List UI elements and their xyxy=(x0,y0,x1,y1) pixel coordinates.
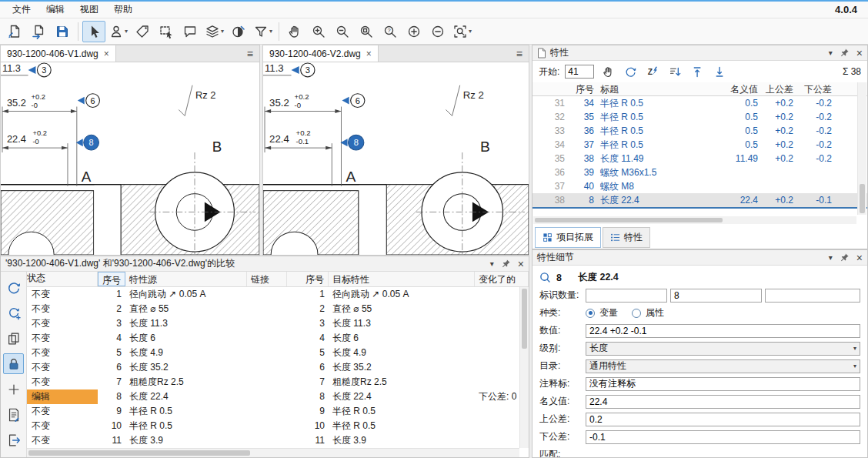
column-header-index[interactable] xyxy=(532,82,568,95)
comparison-row[interactable]: 不变9半径 R 0.59半径 R 0.5 xyxy=(27,404,529,419)
lock-button[interactable] xyxy=(3,353,24,374)
radio-attribute[interactable] xyxy=(632,309,641,318)
radio-variable[interactable] xyxy=(586,309,595,318)
horizontal-scrollbar[interactable] xyxy=(27,448,519,457)
renumber-button[interactable]: Z xyxy=(644,63,661,80)
comparison-row[interactable]: 不变5长度 4.95长度 4.9 xyxy=(27,346,529,360)
property-row[interactable]: 3437半径 R 0.50.5+0.2-0.2 xyxy=(532,138,867,152)
column-header-link[interactable]: 链接 xyxy=(247,272,287,286)
property-row[interactable]: 3538长度 11.4911.49+0.2-0.2 xyxy=(532,152,867,165)
column-header-target-number[interactable]: 序号 xyxy=(287,272,329,286)
property-row[interactable]: 3336半径 R 0.50.5+0.2-0.2 xyxy=(532,124,867,138)
value-input[interactable] xyxy=(586,324,860,338)
panel-menu-icon[interactable]: ▾ xyxy=(829,49,833,57)
comparison-row[interactable]: 不变1径向跳动 ↗ 0.05 A1径向跳动 ↗ 0.05 A xyxy=(27,287,529,302)
tab-list-menu-icon[interactable]: ≡ xyxy=(241,45,259,62)
filter-button[interactable]: ▾ xyxy=(251,21,275,42)
layers-button[interactable]: ▾ xyxy=(202,21,226,42)
save-button[interactable] xyxy=(51,21,74,42)
compare-view-button[interactable] xyxy=(227,21,250,42)
column-header-target[interactable]: 目标特性 xyxy=(329,272,475,286)
tab-project-expand[interactable]: 项目拓展 xyxy=(535,227,601,248)
upper-tolerance-input[interactable] xyxy=(586,413,860,426)
id-count-input-2[interactable] xyxy=(670,289,762,303)
zoom-window-button[interactable]: ▾ xyxy=(450,21,474,42)
comparison-row[interactable]: 不变2直径 ⌀ 552直径 ⌀ 55 xyxy=(27,302,529,316)
note-input[interactable] xyxy=(586,377,860,391)
column-header-status[interactable]: 状态 xyxy=(27,272,98,286)
comparison-row[interactable]: 编辑8长度 22.48长度 22.4下公差: 0 xyxy=(27,389,529,404)
radio-label-attribute[interactable]: 属性 xyxy=(646,306,664,319)
property-row[interactable]: 3235半径 R 0.50.5+0.2-0.2 xyxy=(532,110,867,124)
copy-button[interactable] xyxy=(3,328,24,349)
radio-label-variable[interactable]: 变量 xyxy=(599,306,618,319)
add-button[interactable] xyxy=(3,379,24,399)
export-button[interactable] xyxy=(3,430,24,450)
comparison-row[interactable]: 不变3长度 11.33长度 11.3 xyxy=(27,316,529,331)
refresh-button[interactable] xyxy=(622,63,639,80)
catalog-select[interactable]: 通用特性 ▾ xyxy=(586,359,860,373)
sort-button[interactable] xyxy=(666,63,683,80)
comparison-row[interactable]: 不变4长度 64长度 6 xyxy=(27,331,529,346)
vertical-scrollbar[interactable] xyxy=(519,287,529,448)
id-count-input-3[interactable] xyxy=(765,289,860,303)
close-icon[interactable]: × xyxy=(856,48,863,59)
close-icon[interactable]: × xyxy=(518,259,524,269)
expand-button[interactable] xyxy=(402,21,426,42)
scrollbar-thumb[interactable] xyxy=(28,450,250,456)
comparison-row[interactable]: 不变11长度 3.911长度 3.9 xyxy=(27,433,529,448)
tab-properties[interactable]: 特性 xyxy=(603,227,650,248)
menu-help[interactable]: 帮助 xyxy=(106,2,140,18)
comparison-row[interactable]: 不变6长度 35.26长度 35.2 xyxy=(27,360,529,375)
balloon-tool-button[interactable]: ▾ xyxy=(106,21,130,42)
open-file-button[interactable] xyxy=(27,21,50,42)
close-icon[interactable]: × xyxy=(366,49,372,59)
nominal-input[interactable] xyxy=(586,395,860,409)
pick-button[interactable] xyxy=(599,63,616,80)
pin-icon[interactable] xyxy=(840,252,850,262)
zoom-in-button[interactable] xyxy=(307,21,330,42)
column-header-source-number[interactable]: 序号 xyxy=(98,272,125,286)
drawing-canvas-v2[interactable]: 11.3 3 35.2 +0.2 -0 6 Rz 2 22.4 +0.2 xyxy=(263,62,529,255)
column-header-changed[interactable]: 变化了的 xyxy=(475,272,529,286)
column-header-lower[interactable]: 下公差 xyxy=(796,82,835,95)
menu-view[interactable]: 视图 xyxy=(72,2,106,18)
comparison-row[interactable]: 不变10半径 R 0.510半径 R 0.5 xyxy=(27,419,529,433)
menu-file[interactable]: 文件 xyxy=(5,2,38,18)
close-icon[interactable]: × xyxy=(856,252,863,263)
collapse-button[interactable] xyxy=(426,21,449,42)
column-header-upper[interactable]: 上公差 xyxy=(761,82,796,95)
panel-menu-icon[interactable]: ▾ xyxy=(829,254,833,262)
sync-compare-button[interactable] xyxy=(3,277,24,298)
tab-list-menu-icon[interactable]: ≡ xyxy=(510,45,529,62)
property-row[interactable]: 3134半径 R 0.50.5+0.2-0.2 xyxy=(532,96,867,110)
property-row[interactable]: 3740螺纹 M8 xyxy=(532,179,867,193)
vertical-scrollbar[interactable] xyxy=(857,82,866,215)
scrollbar-thumb[interactable] xyxy=(522,289,527,349)
zoom-help-button[interactable]: ? xyxy=(379,21,402,42)
property-row[interactable]: 3639螺纹 M36x1.5 xyxy=(532,165,867,179)
pin-icon[interactable] xyxy=(501,259,511,269)
go-bottom-button[interactable] xyxy=(711,63,728,80)
start-input[interactable] xyxy=(565,65,594,79)
pan-button[interactable] xyxy=(283,21,306,42)
lower-tolerance-input[interactable] xyxy=(586,430,860,444)
pin-icon[interactable] xyxy=(840,48,850,58)
column-header-title[interactable]: 标题 xyxy=(597,82,715,95)
id-count-input-1[interactable] xyxy=(586,289,667,303)
select-tool-button[interactable] xyxy=(82,21,105,42)
scrollbar-thumb[interactable] xyxy=(860,184,865,213)
go-top-button[interactable] xyxy=(689,63,706,80)
property-row[interactable]: 388长度 22.422.4+0.2-0.1 xyxy=(532,193,867,209)
horizontal-scrollbar[interactable] xyxy=(533,216,856,224)
menu-edit[interactable]: 编辑 xyxy=(38,2,72,18)
column-header-nominal[interactable]: 名义值 xyxy=(715,82,761,95)
recompare-button[interactable] xyxy=(3,303,24,323)
marquee-select-button[interactable] xyxy=(155,21,178,42)
panel-menu-icon[interactable]: ▾ xyxy=(490,260,494,268)
report-button[interactable] xyxy=(3,404,24,425)
link-tool-button[interactable] xyxy=(131,21,154,42)
zoom-out-button[interactable] xyxy=(331,21,354,42)
close-icon[interactable]: × xyxy=(104,49,109,59)
tab-drawing-v2[interactable]: 930-1200-406-V2.dwg × xyxy=(263,45,379,62)
